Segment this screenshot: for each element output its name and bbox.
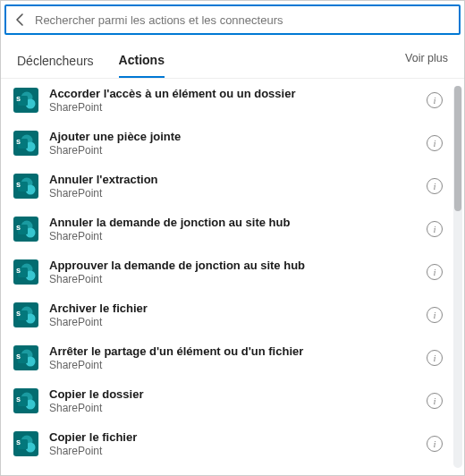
action-connector: SharePoint: [49, 445, 427, 457]
sharepoint-icon: s: [13, 217, 38, 242]
tabs-row: Déclencheurs Actions Voir plus: [1, 38, 464, 79]
action-connector: SharePoint: [49, 359, 427, 371]
action-connector: SharePoint: [49, 316, 427, 328]
sharepoint-icon: s: [13, 431, 38, 456]
action-title: Annuler la demande de jonction au site h…: [49, 216, 427, 230]
action-connector: SharePoint: [49, 144, 427, 157]
action-row[interactable]: s Copier le fichier SharePoint i: [1, 422, 450, 465]
sharepoint-icon: s: [13, 131, 38, 156]
info-icon[interactable]: i: [427, 135, 443, 151]
action-title: Archiver le fichier: [49, 302, 427, 316]
info-icon[interactable]: i: [427, 393, 443, 409]
action-texts: Copier le fichier SharePoint: [49, 430, 427, 458]
tab-actions[interactable]: Actions: [119, 46, 165, 78]
action-row[interactable]: s Accorder l'accès à un élément ou un do…: [1, 79, 450, 122]
info-icon[interactable]: i: [427, 307, 443, 323]
connector-actions-panel: Déclencheurs Actions Voir plus s Accorde…: [0, 0, 465, 476]
action-title: Copier le fichier: [49, 430, 427, 445]
sharepoint-icon: s: [13, 259, 38, 285]
action-row[interactable]: s Archiver le fichier SharePoint i: [1, 293, 450, 336]
sharepoint-icon: s: [13, 174, 38, 199]
see-more-link[interactable]: Voir plus: [405, 52, 448, 72]
action-row[interactable]: s Annuler l'extraction SharePoint i: [1, 165, 450, 208]
action-texts: Approuver la demande de jonction au site…: [49, 259, 427, 286]
action-texts: Arrêter le partage d'un élément ou d'un …: [49, 344, 427, 372]
action-texts: Ajouter une pièce jointe SharePoint: [49, 130, 427, 157]
sharepoint-icon: s: [13, 88, 38, 113]
action-connector: SharePoint: [49, 101, 427, 114]
info-icon[interactable]: i: [427, 264, 443, 280]
action-title: Accorder l'accès à un élément ou un doss…: [49, 87, 427, 101]
action-title: Ajouter une pièce jointe: [49, 130, 427, 144]
action-connector: SharePoint: [49, 402, 427, 414]
search-input[interactable]: [35, 13, 452, 27]
action-texts: Archiver le fichier SharePoint: [49, 302, 427, 329]
info-icon[interactable]: i: [427, 436, 443, 452]
search-bar: [4, 4, 461, 35]
back-icon[interactable]: [13, 13, 28, 27]
action-connector: SharePoint: [49, 273, 427, 285]
action-title: Approuver la demande de jonction au site…: [49, 259, 427, 273]
tab-triggers[interactable]: Déclencheurs: [17, 47, 94, 77]
info-icon[interactable]: i: [427, 92, 443, 108]
action-connector: SharePoint: [49, 187, 427, 200]
actions-list-wrap: s Accorder l'accès à un élément ou un do…: [1, 79, 464, 475]
action-texts: Copier le dossier SharePoint: [49, 387, 427, 415]
sharepoint-icon: s: [13, 345, 38, 370]
action-texts: Annuler la demande de jonction au site h…: [49, 216, 427, 243]
action-row[interactable]: s Arrêter le partage d'un élément ou d'u…: [1, 336, 450, 379]
action-row[interactable]: s Approuver la demande de jonction au si…: [1, 251, 450, 293]
sharepoint-icon: s: [13, 388, 38, 413]
action-row[interactable]: s Annuler la demande de jonction au site…: [1, 208, 450, 251]
action-row[interactable]: s Ajouter une pièce jointe SharePoint i: [1, 122, 450, 165]
actions-list: s Accorder l'accès à un élément ou un do…: [1, 79, 450, 475]
sharepoint-icon: s: [13, 302, 38, 327]
action-title: Annuler l'extraction: [49, 173, 427, 187]
scrollbar[interactable]: [453, 86, 462, 468]
info-icon[interactable]: i: [427, 178, 443, 194]
action-connector: SharePoint: [49, 230, 427, 242]
info-icon[interactable]: i: [427, 221, 443, 237]
action-texts: Accorder l'accès à un élément ou un doss…: [49, 87, 427, 115]
action-title: Arrêter le partage d'un élément ou d'un …: [49, 344, 427, 359]
action-row[interactable]: s Copier le dossier SharePoint i: [1, 379, 450, 422]
action-title: Copier le dossier: [49, 387, 427, 402]
action-texts: Annuler l'extraction SharePoint: [49, 173, 427, 200]
scrollbar-thumb[interactable]: [454, 86, 461, 211]
info-icon[interactable]: i: [427, 350, 443, 366]
